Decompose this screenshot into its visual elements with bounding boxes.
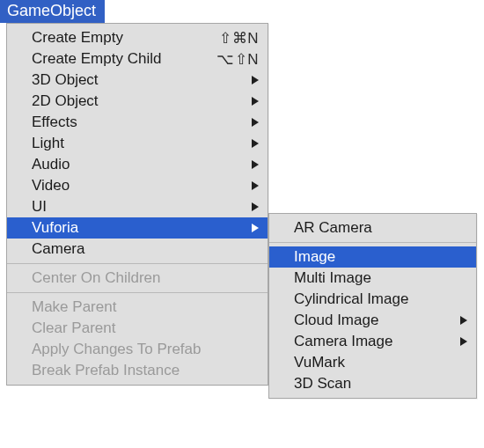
menu-item-label: 3D Object (32, 71, 259, 89)
menubar-title[interactable]: GameObject (0, 0, 105, 23)
menu-item-label: 2D Object (32, 92, 259, 110)
menu-item-label: Cylindrical Image (294, 290, 467, 308)
menu-item-create-empty[interactable]: Create Empty⇧⌘N (7, 27, 268, 48)
menu-item-label: Multi Image (294, 269, 467, 287)
submenu-arrow-icon (252, 76, 259, 84)
menu-item-vuforia[interactable]: Vuforia (7, 217, 268, 239)
svg-marker-9 (460, 337, 467, 346)
menu-item-3d-scan[interactable]: 3D Scan (269, 373, 476, 394)
menu-item-apply-changes-to-prefab: Apply Changes To Prefab (7, 339, 268, 360)
menu-item-label: Create Empty Child (32, 50, 216, 68)
submenu-arrow-icon (460, 316, 467, 325)
menu-item-light[interactable]: Light (7, 133, 268, 154)
menu-item-clear-parent: Clear Parent (7, 318, 268, 339)
menu-item-2d-object[interactable]: 2D Object (7, 91, 268, 112)
svg-marker-0 (252, 76, 259, 84)
vuforia-submenu: AR CameraImageMulti ImageCylindrical Ima… (268, 213, 477, 399)
menu-item-label: Image (294, 248, 467, 266)
menu-item-make-parent: Make Parent (7, 297, 268, 318)
menu-item-effects[interactable]: Effects (7, 112, 268, 133)
menu-item-audio[interactable]: Audio (7, 154, 268, 175)
menu-item-label: Video (32, 177, 259, 195)
menu-item-label: Audio (32, 156, 259, 173)
svg-marker-8 (460, 316, 467, 325)
menu-item-label: Break Prefab Instance (32, 362, 259, 379)
svg-marker-5 (252, 181, 259, 190)
svg-marker-3 (252, 139, 259, 148)
menu-item-label: Make Parent (32, 298, 259, 316)
svg-marker-7 (252, 224, 259, 232)
menu-item-label: Camera (32, 240, 259, 258)
submenu-arrow-icon (252, 224, 259, 232)
submenu-arrow-icon (252, 118, 259, 127)
menu-divider (269, 242, 476, 243)
menu-item-ar-camera[interactable]: AR Camera (269, 217, 476, 239)
menu-item-camera-image[interactable]: Camera Image (269, 331, 476, 352)
menu-item-label: Effects (32, 114, 259, 131)
submenu-arrow-icon (460, 337, 467, 346)
menu-item-label: Vuforia (32, 219, 259, 237)
menu-item-image[interactable]: Image (269, 246, 476, 268)
menu-item-label: 3D Scan (294, 375, 467, 393)
menu-item-shortcut: ⇧⌘N (219, 29, 259, 48)
menu-item-label: Cloud Image (294, 312, 467, 329)
menu-item-3d-object[interactable]: 3D Object (7, 70, 268, 91)
menu-item-ui[interactable]: UI (7, 196, 268, 217)
menu-item-label: Clear Parent (32, 319, 259, 337)
menu-divider (7, 263, 268, 264)
menu-item-video[interactable]: Video (7, 175, 268, 196)
menu-item-break-prefab-instance: Break Prefab Instance (7, 360, 268, 381)
menu-item-label: Light (32, 135, 259, 152)
svg-marker-2 (252, 118, 259, 127)
menu-item-create-empty-child[interactable]: Create Empty Child⌥⇧N (7, 48, 268, 70)
svg-marker-6 (252, 202, 259, 211)
menu-item-label: UI (32, 198, 259, 216)
menu-item-camera[interactable]: Camera (7, 239, 268, 260)
menu-item-cylindrical-image[interactable]: Cylindrical Image (269, 289, 476, 310)
submenu-arrow-icon (252, 139, 259, 148)
menu-item-center-on-children: Center On Children (7, 268, 268, 289)
submenu-arrow-icon (252, 97, 259, 106)
menu-item-cloud-image[interactable]: Cloud Image (269, 310, 476, 331)
menu-item-label: Create Empty (32, 29, 219, 47)
svg-marker-4 (252, 160, 259, 169)
menu-item-label: Camera Image (294, 333, 467, 350)
submenu-arrow-icon (252, 202, 259, 211)
menu-item-label: Center On Children (32, 269, 259, 287)
menu-item-vumark[interactable]: VuMark (269, 352, 476, 373)
menu-item-label: Apply Changes To Prefab (32, 341, 259, 358)
submenu-arrow-icon (252, 181, 259, 190)
menu-item-label: AR Camera (294, 219, 467, 237)
menu-item-label: VuMark (294, 354, 467, 371)
menu-item-shortcut: ⌥⇧N (216, 50, 259, 69)
submenu-arrow-icon (252, 160, 259, 169)
svg-marker-1 (252, 97, 259, 106)
menu-divider (7, 292, 268, 293)
menu-item-multi-image[interactable]: Multi Image (269, 268, 476, 289)
gameobject-menu: Create Empty⇧⌘NCreate Empty Child⌥⇧N3D O… (6, 23, 268, 386)
